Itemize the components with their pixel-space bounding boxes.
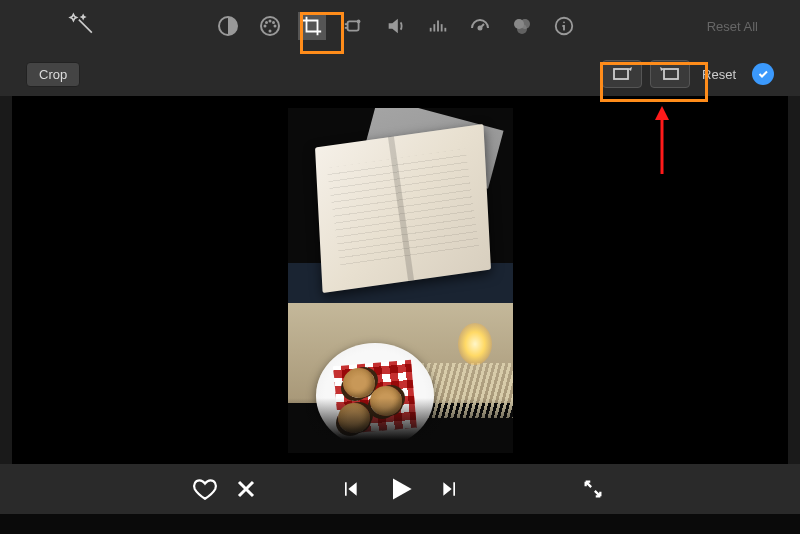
- reset-all-button[interactable]: Reset All: [707, 19, 788, 34]
- svg-point-11: [357, 20, 361, 24]
- playback-bar: [0, 464, 800, 514]
- reject-icon[interactable]: [234, 476, 258, 502]
- svg-rect-13: [433, 24, 435, 31]
- color-balance-icon[interactable]: [214, 12, 242, 40]
- filters-icon[interactable]: [508, 12, 536, 40]
- reset-button[interactable]: Reset: [702, 67, 736, 82]
- next-icon[interactable]: [440, 479, 460, 499]
- magic-wand-icon[interactable]: [68, 11, 94, 41]
- svg-rect-16: [444, 28, 446, 32]
- svg-point-2: [269, 20, 272, 23]
- noise-reduction-icon[interactable]: [424, 12, 452, 40]
- svg-point-17: [479, 27, 482, 30]
- rotate-clockwise-button[interactable]: [650, 60, 690, 88]
- stabilization-icon[interactable]: [340, 12, 368, 40]
- svg-rect-12: [430, 28, 432, 32]
- svg-rect-15: [441, 24, 443, 31]
- svg-point-3: [264, 25, 267, 28]
- top-toolbar: Reset All: [0, 0, 800, 52]
- media-viewer: [12, 96, 788, 464]
- svg-rect-9: [345, 23, 348, 25]
- svg-rect-10: [345, 27, 348, 29]
- svg-rect-22: [614, 69, 628, 79]
- svg-point-20: [517, 24, 527, 34]
- tool-icon-group: [214, 12, 578, 40]
- media-preview-image[interactable]: [288, 108, 513, 453]
- svg-point-6: [265, 21, 268, 24]
- crop-sub-toolbar: Crop Reset: [0, 52, 800, 96]
- crop-icon[interactable]: [298, 12, 326, 40]
- svg-point-7: [272, 21, 275, 24]
- speed-icon[interactable]: [466, 12, 494, 40]
- previous-icon[interactable]: [340, 479, 360, 499]
- favorite-icon[interactable]: [192, 476, 218, 502]
- svg-rect-23: [664, 69, 678, 79]
- crop-button[interactable]: Crop: [26, 62, 80, 87]
- svg-point-4: [274, 25, 277, 28]
- volume-icon[interactable]: [382, 12, 410, 40]
- info-icon[interactable]: [550, 12, 578, 40]
- fullscreen-icon[interactable]: [582, 478, 604, 500]
- footer-strip: [0, 514, 800, 534]
- rotate-controls: Reset: [598, 56, 774, 92]
- rotate-counterclockwise-button[interactable]: [602, 60, 642, 88]
- svg-rect-8: [348, 21, 359, 30]
- color-correction-icon[interactable]: [256, 12, 284, 40]
- apply-check-button[interactable]: [752, 63, 774, 85]
- svg-rect-14: [437, 21, 439, 32]
- svg-point-5: [269, 30, 272, 33]
- play-icon[interactable]: [386, 475, 414, 503]
